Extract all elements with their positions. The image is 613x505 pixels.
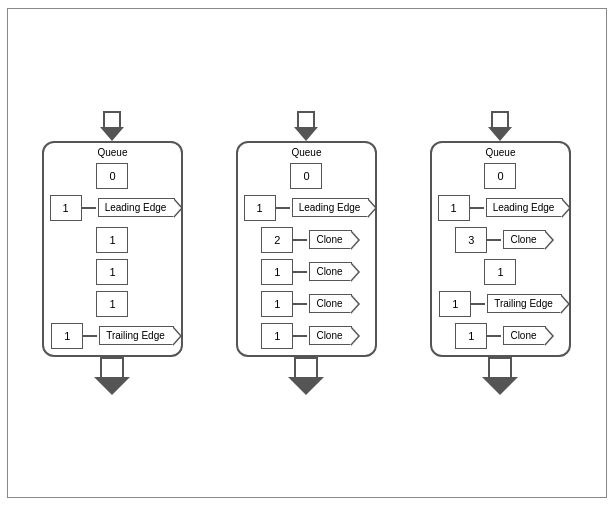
queue-cell: 1: [261, 259, 293, 285]
queue-cell: 1: [96, 259, 128, 285]
edge-label: Clone: [309, 294, 351, 313]
edge-label: Trailing Edge: [99, 326, 174, 345]
connector-line: [293, 239, 307, 241]
connector-line: [293, 335, 307, 337]
edge-label: Clone: [309, 230, 351, 249]
connector-line: [276, 207, 290, 209]
queue-row: 1Clone: [455, 321, 545, 351]
queue-row: 0: [484, 161, 516, 191]
edge-label: Clone: [503, 326, 545, 345]
queue-row: 1Trailing Edge: [51, 321, 174, 351]
queue-cell: 1: [439, 291, 471, 317]
queue-row: 1Clone: [261, 321, 351, 351]
diagram-2: Queue01Leading Edge2Clone1Clone1Clone1Cl…: [236, 111, 378, 395]
queue-row: 0: [96, 161, 128, 191]
main-container: Queue01Leading Edge1111Trailing EdgeQueu…: [7, 8, 607, 498]
queue-label: Queue: [291, 147, 321, 158]
queue-cell: 0: [96, 163, 128, 189]
queue-border: Queue01Leading Edge2Clone1Clone1Clone1Cl…: [236, 141, 378, 357]
queue-row: 1Clone: [261, 289, 351, 319]
queue-cell: 1: [96, 227, 128, 253]
queue-row: 1: [96, 257, 128, 287]
bottom-arrow: [288, 357, 324, 395]
queue-cell: 1: [96, 291, 128, 317]
connector-line: [470, 207, 484, 209]
queue-row: 1Trailing Edge: [439, 289, 562, 319]
edge-label: Leading Edge: [486, 198, 564, 217]
queue-cell: 1: [50, 195, 82, 221]
queue-row: 1Clone: [261, 257, 351, 287]
queue-cell: 3: [455, 227, 487, 253]
queue-cell: 1: [51, 323, 83, 349]
diagram-1: Queue01Leading Edge1111Trailing Edge: [42, 111, 184, 395]
edge-label: Clone: [503, 230, 545, 249]
queue-cell: 2: [261, 227, 293, 253]
queue-cell: 1: [455, 323, 487, 349]
bottom-arrow: [94, 357, 130, 395]
queue-label: Queue: [485, 147, 515, 158]
queue-border: Queue01Leading Edge3Clone11Trailing Edge…: [430, 141, 572, 357]
edge-label: Clone: [309, 262, 351, 281]
connector-line: [487, 239, 501, 241]
connector-line: [471, 303, 485, 305]
queue-label: Queue: [97, 147, 127, 158]
edge-label: Trailing Edge: [487, 294, 562, 313]
queue-cell: 1: [244, 195, 276, 221]
queue-row: 2Clone: [261, 225, 351, 255]
queue-row: 1Leading Edge: [438, 193, 564, 223]
bottom-arrow: [482, 357, 518, 395]
edge-label: Leading Edge: [98, 198, 176, 217]
queue-cell: 0: [484, 163, 516, 189]
queue-row: 1: [96, 289, 128, 319]
edge-label: Clone: [309, 326, 351, 345]
connector-line: [487, 335, 501, 337]
queue-row: 1: [484, 257, 516, 287]
top-arrow: [100, 111, 124, 141]
queue-row: 0: [290, 161, 322, 191]
edge-label: Leading Edge: [292, 198, 370, 217]
queue-cell: 0: [290, 163, 322, 189]
top-arrow: [488, 111, 512, 141]
queue-cell: 1: [484, 259, 516, 285]
queue-row: 1Leading Edge: [50, 193, 176, 223]
connector-line: [83, 335, 97, 337]
queue-cell: 1: [261, 291, 293, 317]
queue-cell: 1: [438, 195, 470, 221]
connector-line: [293, 303, 307, 305]
diagram-3: Queue01Leading Edge3Clone11Trailing Edge…: [430, 111, 572, 395]
queue-cell: 1: [261, 323, 293, 349]
queue-row: 3Clone: [455, 225, 545, 255]
queue-row: 1: [96, 225, 128, 255]
connector-line: [82, 207, 96, 209]
top-arrow: [294, 111, 318, 141]
queue-border: Queue01Leading Edge1111Trailing Edge: [42, 141, 184, 357]
connector-line: [293, 271, 307, 273]
queue-row: 1Leading Edge: [244, 193, 370, 223]
